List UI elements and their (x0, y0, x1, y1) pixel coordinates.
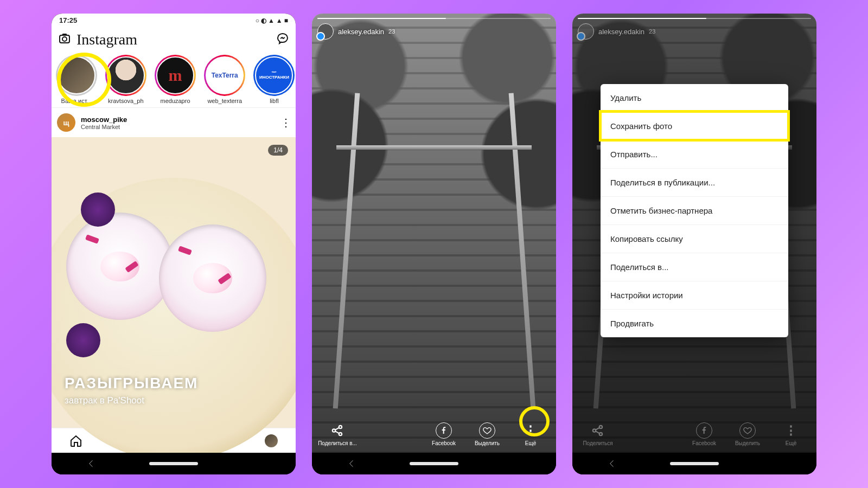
post-author-avatar[interactable]: щ (57, 113, 75, 132)
nav-recents-icon[interactable] (249, 457, 263, 471)
status-time: 17:25 (59, 16, 77, 24)
story-actions: Поделиться Facebook Выделить ⋮ Ещё (572, 422, 816, 446)
post-image[interactable]: 1/4 РАЗЫГРЫВАЕМ завтрак в Pa'Shoot (52, 137, 296, 428)
post-location[interactable]: Central Market (81, 124, 275, 130)
story-action-share[interactable]: Поделиться в... (317, 422, 358, 446)
android-nav-bar (572, 453, 816, 474)
story-username: aleksey.edakin (598, 28, 644, 36)
story-action-facebook: Facebook (684, 422, 724, 446)
story-action-more[interactable]: ⋮ Ещё (510, 422, 551, 446)
action-label: Ещё (525, 440, 536, 446)
messenger-icon[interactable] (276, 32, 289, 47)
story-label: web_texterra (207, 98, 242, 104)
phone-3-story-menu: aleksey.edakin 23 Поделиться Facebook Вы… (572, 14, 816, 474)
nav-recents-icon[interactable] (509, 457, 524, 471)
menu-item-share-to[interactable]: Поделиться в... (601, 253, 788, 281)
menu-item-send[interactable]: Отправить... (601, 140, 788, 168)
menu-item-copy-link[interactable]: Копировать ссылку (601, 224, 788, 253)
status-icons: ○◐▲▲■ (254, 16, 288, 24)
phone-1-feed: 17:25 ○◐▲▲■ Instagram Ваша ист... (52, 14, 296, 474)
action-label: Facebook (692, 440, 716, 446)
tab-home-icon[interactable] (69, 434, 83, 448)
post-carousel-counter: 1/4 (268, 145, 288, 156)
story-header: aleksey.edakin 23 (572, 18, 816, 40)
story-action-share: Поделиться (578, 422, 618, 446)
post-caption-sub: завтрак в Pa'Shoot (65, 395, 198, 406)
nav-back-icon[interactable] (84, 457, 98, 471)
nav-home-pill[interactable] (410, 462, 458, 465)
menu-item-delete[interactable]: Удалить (601, 84, 788, 112)
phone-2-story: aleksey.edakin 23 Поделиться в... Facebo… (312, 14, 556, 474)
story-time-ago: 23 (388, 28, 395, 35)
menu-item-tag-partner[interactable]: Отметить бизнес-партнера (601, 196, 788, 224)
nav-recents-icon[interactable] (770, 457, 784, 471)
svg-point-1 (62, 37, 67, 41)
story-item[interactable]: 〰ИНОСТРАНКИ libfl (253, 55, 296, 104)
story-item[interactable]: m meduzapro (154, 55, 196, 104)
story-action-highlight[interactable]: Выделить (467, 422, 507, 446)
action-label: Поделиться в... (318, 440, 357, 446)
story-item-self[interactable]: Ваша ист... (55, 55, 98, 104)
story-options-sheet: Удалить Сохранить фото Отправить... Поде… (601, 84, 788, 337)
android-nav-bar (312, 453, 556, 474)
story-label: Ваша ист... (61, 98, 92, 104)
menu-item-story-settings[interactable]: Настройки истории (601, 281, 788, 309)
camera-icon[interactable] (58, 32, 71, 47)
story-label: libfl (270, 98, 279, 104)
story-progress-bar (578, 18, 811, 19)
story-action-facebook[interactable]: Facebook (424, 422, 464, 446)
android-nav-bar (52, 453, 296, 474)
story-header: aleksey.edakin 23 (312, 18, 556, 40)
story-actions: Поделиться в... Facebook Выделить ⋮ Ещё (312, 422, 556, 446)
menu-item-save-photo[interactable]: Сохранить фото (601, 112, 788, 140)
story-item[interactable]: TexTerra web_texterra (203, 55, 246, 104)
nav-home-pill[interactable] (670, 462, 719, 465)
story-author-avatar[interactable] (317, 23, 334, 40)
story-author-avatar (578, 23, 594, 40)
story-action-highlight: Выделить (727, 422, 768, 446)
nav-home-pill[interactable] (149, 462, 198, 465)
story-label: meduzapro (160, 98, 190, 104)
nav-back-icon[interactable] (344, 457, 359, 471)
tab-profile-avatar[interactable] (264, 434, 278, 448)
post-username[interactable]: moscow_pike (81, 115, 275, 124)
story-action-more: ⋮ Ещё (771, 422, 811, 446)
story-label: kravtsova_ph (108, 98, 143, 104)
story-time-ago: 23 (649, 28, 655, 35)
action-label: Выделить (475, 440, 500, 446)
post-more-icon[interactable]: ⋮ (280, 116, 290, 129)
status-bar: 17:25 ○◐▲▲■ (52, 14, 296, 27)
ig-header: Instagram (52, 27, 296, 53)
menu-item-promote[interactable]: Продвигать (601, 309, 788, 337)
story-item[interactable]: kravtsova_ph (104, 55, 147, 104)
action-label: Выделить (735, 440, 760, 446)
nav-back-icon[interactable] (605, 457, 619, 471)
post-header[interactable]: щ moscow_pike Central Market ⋮ (52, 108, 296, 137)
action-label: Поделиться (583, 440, 612, 446)
action-label: Facebook (432, 440, 456, 446)
stories-row[interactable]: Ваша ист... kravtsova_ph m meduzapro Tex… (52, 53, 296, 108)
action-label: Ещё (786, 440, 796, 446)
instagram-logo[interactable]: Instagram (76, 31, 137, 48)
story-username[interactable]: aleksey.edakin (338, 28, 384, 36)
menu-item-share-as-post[interactable]: Поделиться в публикации... (601, 168, 788, 196)
story-progress-bar (317, 18, 551, 19)
post-caption-title: РАЗЫГРЫВАЕМ (65, 375, 198, 392)
